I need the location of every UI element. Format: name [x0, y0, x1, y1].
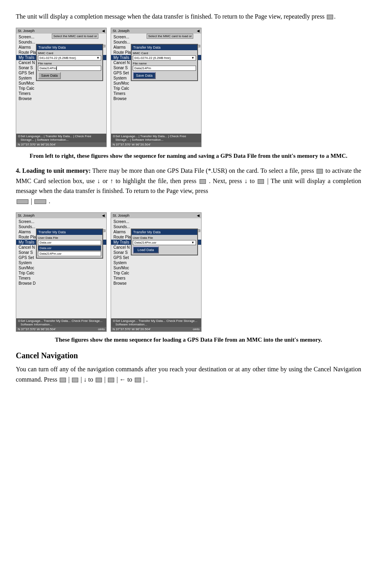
- footer-menu-l2: Set Language... Transfer My Data... Chec…: [21, 319, 105, 326]
- ss-icon-l1: ◀: [102, 29, 105, 33]
- btn-placeholder-3: [258, 179, 264, 184]
- menu-trip-r1: Trip Calc: [111, 86, 201, 91]
- btn-placeholder-4: [17, 199, 28, 204]
- intro-paragraph: The unit will display a completion messa…: [16, 12, 361, 21]
- ss-topbar-r1: St. Joseph ◀: [111, 28, 201, 34]
- dialog-input-r1: Data214Pm: [133, 66, 196, 71]
- menu-gps-r2: GPS Set: [111, 255, 201, 260]
- footer-icon-r2: ⊙: [113, 319, 115, 326]
- footer-icon-r1: ⊙: [113, 134, 115, 142]
- menu-system-r2: System: [111, 260, 201, 265]
- menu-sun-r2: Sun/Moc: [111, 265, 201, 270]
- menu-trip-l1: Trip Calc: [16, 86, 106, 91]
- screenshot-left-2: St. Joseph ◀ Screen... Sounds... Alarms …: [16, 212, 107, 332]
- ss-topbar-r2: St. Joseph ◀: [111, 213, 201, 218]
- dialog-label-udf-l2: User Data File: [38, 236, 101, 240]
- dialog-select-l1: 041-0274-22 (6.2MB free)▼: [38, 55, 101, 61]
- coords-r2: N 37°37.570' W 96°20.504': [113, 327, 151, 331]
- ss-icon-r1: ◀: [197, 29, 200, 33]
- btn-placeholder-5: [34, 199, 46, 204]
- screenshots-row-1: St. Joseph ◀ Screen... Sounds... Alarms …: [16, 28, 361, 147]
- section4-body1: There may be more than one GPS Data File…: [92, 167, 314, 174]
- ss-dialog-l1: Transfer My Data MMC Card 041-0274-22 (6…: [36, 44, 103, 81]
- section4-text: 4. Loading to unit memory: There may be …: [16, 166, 361, 206]
- coords-l2: N 37°37.570' W 96°20.504': [18, 327, 56, 331]
- ss-icon-r2: ◀: [197, 214, 200, 217]
- ss-coords-r1: N 37°37.570' W 96°20.504': [111, 142, 201, 147]
- menu-browse-l1: Browse: [16, 96, 106, 101]
- ss-location-l2: St. Joseph: [18, 214, 35, 217]
- caption-2: These figures show the menu sequence for…: [16, 336, 361, 344]
- dialog-label-file-l1: File name: [38, 62, 101, 65]
- menu-browse-r1: Browse: [111, 96, 201, 101]
- dialog-btn-save-r1[interactable]: Save Data: [133, 72, 156, 79]
- dialog-btn-load-r2[interactable]: Load Data: [133, 246, 159, 253]
- coords-r1: N 37°37.570' W 96°20.504': [113, 143, 151, 146]
- ss-dialog-l2: Transfer My Data User Data File Data.usr…: [36, 229, 103, 259]
- dialog-title-l2: Transfer My Data: [37, 229, 102, 235]
- section4-pipe2: |: [31, 198, 32, 204]
- dialog-item2-l2: Data.usr: [38, 246, 101, 251]
- btn-placeholder-8: [96, 378, 102, 382]
- ss-coords-r2: N 37°37.570' W 96°20.504' oints: [111, 327, 201, 331]
- cancel-period: .: [146, 376, 148, 383]
- menu-sun-l1: Sun/Moc: [16, 81, 106, 86]
- coords-right-r2: oints: [193, 327, 200, 331]
- dialog-label-mmc-l1: MMC Card: [38, 51, 101, 55]
- cancel-nav-text: You can turn off any of the navigation c…: [16, 364, 361, 384]
- dialog-select-r2: Data214Pm.usr▼: [133, 240, 196, 245]
- dialog-item1-l2: Data.usr: [38, 240, 101, 245]
- menu-timers-r1: Timers: [111, 91, 201, 96]
- cancel-nav-heading: Cancel Navigation: [16, 351, 361, 360]
- menu-browse-l2: Browse D: [16, 281, 106, 286]
- footer-icon-l2: ⊙: [18, 319, 21, 326]
- ss-coords-l1: N 37°37.570' W 96°20.504': [16, 142, 106, 147]
- footer-menu-r1: Set Language... | Transfer My Data... | …: [115, 134, 200, 142]
- cancel-pipe2: |: [104, 376, 106, 383]
- cancel-nav-body: You can turn off any of the navigation c…: [16, 366, 361, 383]
- ss-location-r1: St. Joseph: [113, 29, 130, 33]
- coords-l1: N 37°37.570' W 96°20.504': [18, 143, 56, 146]
- menu-sun-l2: Sun/Moc: [16, 265, 106, 270]
- dialog-select-r1: 041-0274-22 (6.2MB free)▼: [133, 55, 196, 61]
- dialog-title-r2: Transfer My Data: [132, 229, 197, 235]
- section4-heading: 4. Loading to unit memory:: [16, 167, 91, 174]
- ss-icon-l2: ◀: [102, 214, 105, 217]
- ss-location-r2: St. Joseph: [113, 214, 130, 217]
- section4-pipe1: |: [267, 178, 268, 184]
- cancel-pipe1: |: [68, 376, 70, 383]
- ss-topbar-l2: St. Joseph ◀: [16, 213, 106, 218]
- caption-1: From left to right, these figures show t…: [16, 152, 361, 160]
- dialog-title-l1: Transfer My Data: [37, 45, 102, 50]
- screenshot-right-2: St. Joseph ◀ Screen... Sounds... Alarms …: [111, 212, 202, 332]
- ss-coords-l2: N 37°37.570' W 96°20.504' oints: [16, 327, 106, 331]
- dialog-item3-l2: Data214Pm.usr: [38, 251, 101, 256]
- ss-dialog-r1: Transfer My Data MMC Card 041-0274-22 (6…: [131, 44, 198, 81]
- intro-text: The unit will display a completion messa…: [16, 13, 324, 20]
- ss-select-mmc-overlay-l1: Select the MMC card to load or: [52, 34, 98, 39]
- button-placeholder-intro: [327, 15, 333, 19]
- ss-select-mmc-overlay-r1: Select the MMC card to load or: [147, 34, 193, 39]
- dialog-label-mmc-r1: MMC Card: [133, 51, 196, 55]
- menu-browse-r2: Browse: [111, 281, 201, 286]
- btn-placeholder-10: [135, 378, 141, 382]
- dialog-input-l1: Data214Pm|: [38, 66, 101, 71]
- btn-placeholder-9: [108, 378, 114, 382]
- cancel-arrow-left: | ← to: [117, 376, 132, 383]
- dialog-label-file-r1: File name: [133, 62, 196, 65]
- screenshots-row-2: St. Joseph ◀ Screen... Sounds... Alarms …: [16, 212, 361, 332]
- ss-location-l1: St. Joseph: [18, 29, 35, 33]
- footer-menu-r2: Set Language... Transfer My Data... Chec…: [115, 319, 200, 326]
- screenshot-left-1: St. Joseph ◀ Screen... Sounds... Alarms …: [16, 28, 107, 147]
- menu-screen-r2: Screen...: [111, 219, 201, 224]
- ss-footer-r1: ⊙ Set Language... | Transfer My Data... …: [111, 134, 201, 142]
- btn-placeholder-1: [317, 169, 323, 174]
- dialog-label-udf-r2: User Data File: [133, 236, 196, 240]
- dialog-btn-save-l1[interactable]: Save Data: [38, 72, 61, 79]
- ss-footer-l1: ⊙ Set Language... | Transfer My Data... …: [16, 134, 106, 142]
- menu-trip-l2: Trip Calc: [16, 270, 106, 276]
- ss-topbar-l1: St. Joseph ◀: [16, 28, 106, 34]
- menu-system-l2: System: [16, 260, 106, 265]
- footer-icon-l1: ⊙: [18, 134, 21, 142]
- ss-footer-r2: ⊙ Set Language... Transfer My Data... Ch…: [111, 318, 201, 327]
